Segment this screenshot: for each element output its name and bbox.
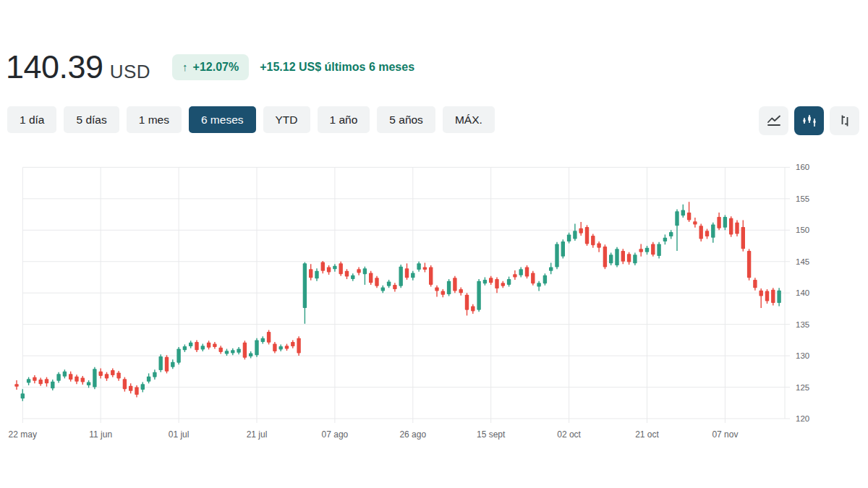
candle-body bbox=[63, 372, 67, 377]
y-axis-label: 125 bbox=[796, 383, 809, 392]
y-axis-label: 145 bbox=[796, 257, 809, 266]
x-axis-label: 21 jul bbox=[247, 429, 268, 440]
change-percent-value: +12.07% bbox=[193, 61, 239, 74]
candle-body bbox=[255, 340, 258, 355]
candle-body bbox=[183, 346, 187, 350]
candle-body bbox=[417, 263, 420, 270]
candle-body bbox=[561, 241, 565, 257]
candlestick-icon bbox=[801, 113, 817, 129]
candle-body bbox=[681, 210, 685, 215]
x-axis-label: 07 ago bbox=[322, 429, 349, 440]
candle-body bbox=[615, 249, 618, 265]
candle-body bbox=[519, 269, 523, 275]
candle-body bbox=[597, 244, 600, 248]
candle-body bbox=[459, 289, 463, 293]
candle-body bbox=[591, 236, 595, 245]
tab-1-año[interactable]: 1 año bbox=[318, 106, 370, 133]
candle-body bbox=[81, 378, 85, 382]
candle-body bbox=[285, 346, 289, 348]
candle-body bbox=[753, 280, 757, 288]
candle-body bbox=[555, 244, 558, 267]
candlestick-chart-button[interactable] bbox=[794, 106, 824, 135]
candle-body bbox=[651, 244, 655, 254]
candle-body bbox=[327, 267, 331, 273]
candle-body bbox=[189, 343, 192, 346]
candle-body bbox=[261, 338, 265, 342]
tab-ytd[interactable]: YTD bbox=[263, 106, 310, 133]
line-chart-button[interactable] bbox=[759, 106, 788, 135]
candle-body bbox=[525, 267, 529, 277]
candle-body bbox=[207, 343, 210, 348]
candle-body bbox=[297, 338, 300, 354]
change-percent-badge: ↑ +12.07% bbox=[172, 54, 249, 80]
candle-body bbox=[333, 266, 336, 269]
candle-body bbox=[645, 248, 649, 252]
candle-body bbox=[663, 238, 667, 241]
y-axis-label: 135 bbox=[796, 320, 809, 329]
candle-body bbox=[429, 267, 433, 285]
candle-body bbox=[345, 271, 349, 277]
candle-body bbox=[116, 373, 120, 379]
candle-body bbox=[483, 280, 487, 283]
tab-5-años[interactable]: 5 años bbox=[377, 106, 435, 133]
candle-body bbox=[105, 374, 109, 378]
candle-body bbox=[93, 369, 96, 387]
candle-body bbox=[723, 217, 727, 228]
candlestick-chart[interactable]: 12012513013514014515015516022 may11 jun0… bbox=[0, 155, 868, 488]
candle-body bbox=[543, 275, 547, 283]
candle-body bbox=[171, 362, 174, 367]
candle-body bbox=[27, 379, 30, 382]
y-axis-label: 155 bbox=[796, 194, 809, 203]
tab-1-día[interactable]: 1 día bbox=[7, 106, 56, 133]
candle-body bbox=[693, 221, 697, 224]
candle-body bbox=[45, 379, 48, 383]
x-axis-label: 21 oct bbox=[635, 429, 659, 440]
candle-body bbox=[531, 273, 535, 283]
candle-body bbox=[705, 231, 709, 236]
candle-body bbox=[267, 332, 271, 343]
candle-body bbox=[489, 278, 493, 283]
currency-label: USD bbox=[110, 61, 150, 83]
candle-body bbox=[201, 346, 205, 349]
candle-body bbox=[291, 342, 294, 346]
price-header: 140.39 USD ↑ +12.07% +15.12 US$ últimos … bbox=[6, 51, 414, 83]
candle-body bbox=[279, 346, 283, 349]
candle-body bbox=[777, 291, 780, 303]
candle-body bbox=[765, 291, 769, 301]
change-detail-text: +15.12 US$ últimos 6 meses bbox=[260, 61, 414, 74]
candle-body bbox=[771, 290, 775, 303]
candle-body bbox=[507, 279, 511, 285]
ohlc-compare-button[interactable] bbox=[830, 106, 859, 135]
tab-1-mes[interactable]: 1 mes bbox=[127, 106, 182, 133]
current-price: 140.39 bbox=[6, 51, 103, 83]
candle-body bbox=[735, 223, 739, 234]
up-arrow-icon: ↑ bbox=[182, 61, 188, 73]
candle-body bbox=[549, 267, 553, 271]
candle-body bbox=[675, 211, 678, 226]
candle-body bbox=[375, 278, 378, 286]
candle-body bbox=[369, 273, 373, 283]
tab-5-días[interactable]: 5 días bbox=[64, 106, 119, 133]
tab-6-meses[interactable]: 6 meses bbox=[189, 106, 256, 133]
y-axis-label: 140 bbox=[796, 288, 809, 297]
x-axis-label: 01 jul bbox=[169, 429, 190, 440]
candle-body bbox=[621, 251, 625, 262]
candle-body bbox=[111, 370, 114, 375]
tab-máx-[interactable]: MÁX. bbox=[443, 106, 495, 133]
axis-lines bbox=[22, 167, 790, 423]
candle-body bbox=[51, 382, 54, 389]
candle-body bbox=[339, 263, 343, 274]
candle-body bbox=[176, 349, 180, 363]
x-axis-label: 15 sept bbox=[477, 429, 506, 440]
y-axis-label: 130 bbox=[796, 351, 809, 360]
candle-body bbox=[237, 349, 240, 353]
candle-body bbox=[495, 279, 498, 288]
candle-body bbox=[405, 268, 409, 278]
candle-body bbox=[21, 393, 25, 398]
x-axis-label: 11 jun bbox=[89, 429, 112, 440]
candle-body bbox=[579, 228, 583, 234]
candle-body bbox=[669, 232, 673, 236]
candle-body bbox=[273, 344, 276, 351]
candle-body bbox=[711, 224, 715, 237]
y-axis-label: 150 bbox=[796, 226, 809, 234]
